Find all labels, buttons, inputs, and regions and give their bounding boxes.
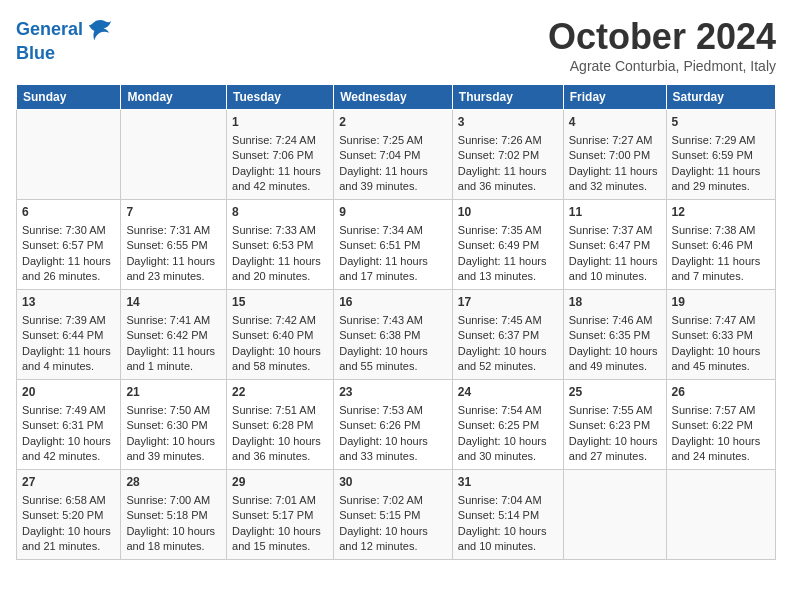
- day-number: 27: [22, 474, 115, 491]
- calendar-cell: 5Sunrise: 7:29 AMSunset: 6:59 PMDaylight…: [666, 110, 775, 200]
- calendar-week-2: 6Sunrise: 7:30 AMSunset: 6:57 PMDaylight…: [17, 200, 776, 290]
- day-number: 14: [126, 294, 221, 311]
- day-info: Sunset: 6:40 PM: [232, 328, 328, 343]
- day-info: Sunset: 6:46 PM: [672, 238, 770, 253]
- day-number: 7: [126, 204, 221, 221]
- day-info: Sunset: 6:47 PM: [569, 238, 661, 253]
- day-info: Sunrise: 7:39 AM: [22, 313, 115, 328]
- day-number: 18: [569, 294, 661, 311]
- calendar-week-3: 13Sunrise: 7:39 AMSunset: 6:44 PMDayligh…: [17, 290, 776, 380]
- day-info: Sunrise: 7:30 AM: [22, 223, 115, 238]
- day-info: Sunrise: 7:49 AM: [22, 403, 115, 418]
- day-info: Sunset: 5:17 PM: [232, 508, 328, 523]
- day-number: 21: [126, 384, 221, 401]
- day-info: Sunrise: 7:27 AM: [569, 133, 661, 148]
- day-number: 9: [339, 204, 447, 221]
- day-info: Sunrise: 7:50 AM: [126, 403, 221, 418]
- day-info: Sunrise: 7:55 AM: [569, 403, 661, 418]
- calendar-cell: 9Sunrise: 7:34 AMSunset: 6:51 PMDaylight…: [334, 200, 453, 290]
- calendar-cell: 23Sunrise: 7:53 AMSunset: 6:26 PMDayligh…: [334, 380, 453, 470]
- day-header-monday: Monday: [121, 85, 227, 110]
- calendar-cell: 29Sunrise: 7:01 AMSunset: 5:17 PMDayligh…: [227, 470, 334, 560]
- day-info: Sunrise: 7:46 AM: [569, 313, 661, 328]
- day-info: Daylight: 10 hours and 10 minutes.: [458, 524, 558, 555]
- day-info: Daylight: 10 hours and 18 minutes.: [126, 524, 221, 555]
- day-number: 11: [569, 204, 661, 221]
- day-info: Daylight: 10 hours and 33 minutes.: [339, 434, 447, 465]
- calendar-cell: 24Sunrise: 7:54 AMSunset: 6:25 PMDayligh…: [452, 380, 563, 470]
- day-number: 12: [672, 204, 770, 221]
- page-header: General Blue October 2024 Agrate Conturb…: [16, 16, 776, 74]
- calendar-cell: [17, 110, 121, 200]
- day-info: Sunset: 6:51 PM: [339, 238, 447, 253]
- calendar-week-5: 27Sunrise: 6:58 AMSunset: 5:20 PMDayligh…: [17, 470, 776, 560]
- day-info: Sunset: 5:20 PM: [22, 508, 115, 523]
- day-info: Sunrise: 7:47 AM: [672, 313, 770, 328]
- calendar-cell: 15Sunrise: 7:42 AMSunset: 6:40 PMDayligh…: [227, 290, 334, 380]
- day-info: Daylight: 11 hours and 36 minutes.: [458, 164, 558, 195]
- day-header-tuesday: Tuesday: [227, 85, 334, 110]
- day-number: 29: [232, 474, 328, 491]
- title-block: October 2024 Agrate Conturbia, Piedmont,…: [548, 16, 776, 74]
- day-info: Sunrise: 7:31 AM: [126, 223, 221, 238]
- day-info: Sunset: 6:28 PM: [232, 418, 328, 433]
- logo: General Blue: [16, 16, 113, 64]
- calendar-cell: 19Sunrise: 7:47 AMSunset: 6:33 PMDayligh…: [666, 290, 775, 380]
- calendar-cell: 27Sunrise: 6:58 AMSunset: 5:20 PMDayligh…: [17, 470, 121, 560]
- day-info: Sunset: 6:26 PM: [339, 418, 447, 433]
- day-info: Daylight: 10 hours and 39 minutes.: [126, 434, 221, 465]
- calendar-cell: 25Sunrise: 7:55 AMSunset: 6:23 PMDayligh…: [563, 380, 666, 470]
- calendar-header-row: SundayMondayTuesdayWednesdayThursdayFrid…: [17, 85, 776, 110]
- day-info: Sunrise: 7:26 AM: [458, 133, 558, 148]
- day-number: 22: [232, 384, 328, 401]
- calendar-cell: 1Sunrise: 7:24 AMSunset: 7:06 PMDaylight…: [227, 110, 334, 200]
- calendar-cell: 14Sunrise: 7:41 AMSunset: 6:42 PMDayligh…: [121, 290, 227, 380]
- day-info: Sunset: 6:35 PM: [569, 328, 661, 343]
- day-number: 24: [458, 384, 558, 401]
- day-info: Sunset: 7:02 PM: [458, 148, 558, 163]
- day-info: Daylight: 10 hours and 15 minutes.: [232, 524, 328, 555]
- calendar-cell: 18Sunrise: 7:46 AMSunset: 6:35 PMDayligh…: [563, 290, 666, 380]
- day-info: Sunset: 6:38 PM: [339, 328, 447, 343]
- day-info: Sunrise: 7:24 AM: [232, 133, 328, 148]
- day-info: Sunset: 6:49 PM: [458, 238, 558, 253]
- day-number: 26: [672, 384, 770, 401]
- day-info: Sunrise: 7:38 AM: [672, 223, 770, 238]
- day-info: Daylight: 11 hours and 4 minutes.: [22, 344, 115, 375]
- day-header-friday: Friday: [563, 85, 666, 110]
- day-info: Daylight: 10 hours and 12 minutes.: [339, 524, 447, 555]
- day-number: 30: [339, 474, 447, 491]
- day-number: 15: [232, 294, 328, 311]
- calendar-cell: 16Sunrise: 7:43 AMSunset: 6:38 PMDayligh…: [334, 290, 453, 380]
- day-info: Daylight: 10 hours and 55 minutes.: [339, 344, 447, 375]
- day-number: 8: [232, 204, 328, 221]
- day-number: 23: [339, 384, 447, 401]
- day-info: Daylight: 10 hours and 45 minutes.: [672, 344, 770, 375]
- day-info: Sunset: 5:15 PM: [339, 508, 447, 523]
- day-info: Sunset: 6:57 PM: [22, 238, 115, 253]
- calendar-cell: 28Sunrise: 7:00 AMSunset: 5:18 PMDayligh…: [121, 470, 227, 560]
- calendar-cell: [121, 110, 227, 200]
- calendar-cell: [563, 470, 666, 560]
- day-number: 17: [458, 294, 558, 311]
- day-info: Daylight: 10 hours and 36 minutes.: [232, 434, 328, 465]
- calendar-cell: 30Sunrise: 7:02 AMSunset: 5:15 PMDayligh…: [334, 470, 453, 560]
- day-number: 25: [569, 384, 661, 401]
- calendar-cell: 3Sunrise: 7:26 AMSunset: 7:02 PMDaylight…: [452, 110, 563, 200]
- day-info: Sunrise: 7:42 AM: [232, 313, 328, 328]
- day-info: Sunset: 6:59 PM: [672, 148, 770, 163]
- day-number: 3: [458, 114, 558, 131]
- day-number: 2: [339, 114, 447, 131]
- location-subtitle: Agrate Conturbia, Piedmont, Italy: [548, 58, 776, 74]
- day-number: 5: [672, 114, 770, 131]
- calendar-table: SundayMondayTuesdayWednesdayThursdayFrid…: [16, 84, 776, 560]
- logo-text: General: [16, 16, 113, 44]
- day-info: Sunrise: 6:58 AM: [22, 493, 115, 508]
- day-info: Daylight: 11 hours and 42 minutes.: [232, 164, 328, 195]
- day-info: Sunrise: 7:51 AM: [232, 403, 328, 418]
- day-info: Sunset: 6:23 PM: [569, 418, 661, 433]
- day-number: 16: [339, 294, 447, 311]
- day-info: Sunrise: 7:41 AM: [126, 313, 221, 328]
- day-info: Sunrise: 7:37 AM: [569, 223, 661, 238]
- day-info: Sunrise: 7:02 AM: [339, 493, 447, 508]
